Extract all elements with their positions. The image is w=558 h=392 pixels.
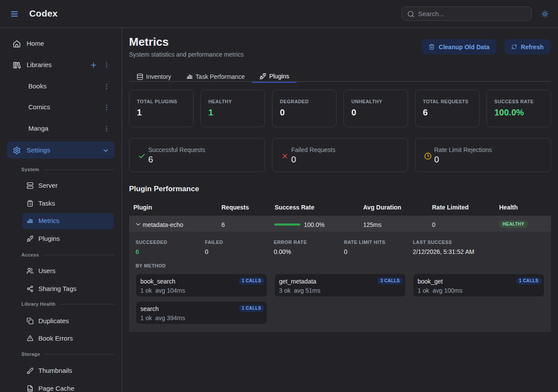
svg-text:PDF: PDF [27, 389, 33, 391]
